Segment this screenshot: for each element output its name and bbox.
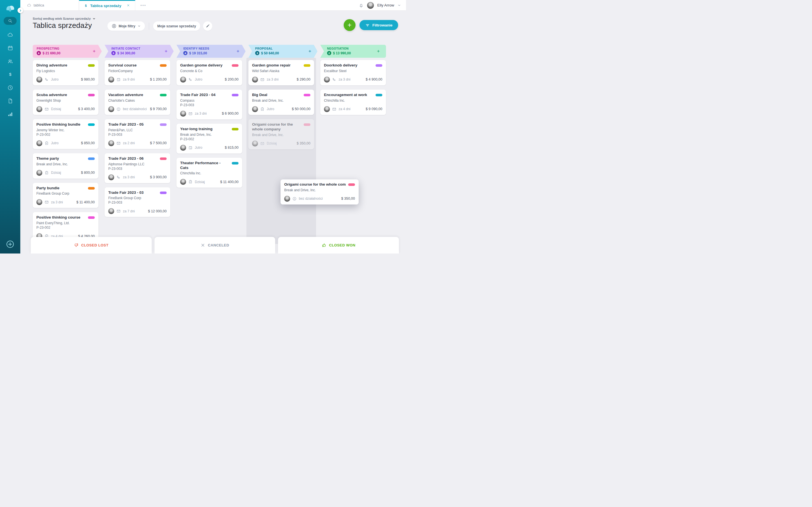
sort-selector[interactable]: Sortuj według wiek Szanse sprzedaży xyxy=(33,17,96,20)
deal-card[interactable]: Positive thinking bundleJeremy Winter In… xyxy=(33,119,98,149)
sidebar-item-calendar[interactable] xyxy=(6,44,14,52)
deal-card[interactable]: Vacation adventureCharlotte's Cakesbez d… xyxy=(105,90,170,115)
add-deal-column-button[interactable]: + xyxy=(237,48,239,54)
deal-card[interactable]: Doorknob deliveryExcalibur Steelza 3 dni… xyxy=(320,60,386,86)
status-pill xyxy=(160,123,167,126)
deal-due: bez działalności xyxy=(123,107,147,111)
add-deal-column-button[interactable]: + xyxy=(377,48,380,54)
deal-amount: $ 50 000,00 xyxy=(292,107,310,111)
deal-card[interactable]: Theme partyBreak and Drive, Inc.Dzisiaj$… xyxy=(33,153,98,179)
my-filters-button[interactable]: Moje filtry xyxy=(107,21,145,31)
deal-title: Party bundle xyxy=(36,186,86,191)
card-top-row: Origami course for the whole company xyxy=(252,122,310,132)
card-top-row: Year-long training xyxy=(180,127,239,131)
status-pill xyxy=(232,128,239,130)
edit-filters-button[interactable] xyxy=(203,21,212,31)
add-deal-column-button[interactable]: + xyxy=(165,48,167,54)
tab-close-icon[interactable] xyxy=(126,3,131,8)
deal-amount: $ 11 400,00 xyxy=(77,200,95,204)
tab-overflow-button[interactable]: ••• xyxy=(135,0,151,10)
deal-card[interactable]: Survival courseFictionCompanyza 9 dni$ 1… xyxy=(105,60,170,86)
status-pill xyxy=(375,64,382,67)
tab-active[interactable]: $Tablica sprzedaży xyxy=(79,0,135,10)
owner-avatar xyxy=(180,179,186,185)
deal-card[interactable]: Trade Fair 2023 - 05Peter&Pan, LLCP-23-0… xyxy=(105,119,170,149)
deal-company: Charlotte's Cakes xyxy=(108,99,167,103)
dragged-deal-card[interactable]: Origami course for the whole companyBrea… xyxy=(281,179,359,205)
status-pill xyxy=(304,64,310,67)
envelope-icon xyxy=(45,107,49,111)
deal-due: Dzisiaj xyxy=(51,171,61,175)
tab-0[interactable]: tablica xyxy=(22,0,79,10)
add-deal-column-button[interactable]: + xyxy=(93,48,96,54)
envelope-icon xyxy=(116,209,121,213)
deal-title: Trade Fair 2023 - 06 xyxy=(108,156,158,161)
sidebar-expand-button[interactable] xyxy=(17,8,23,13)
column-identify-needs: IDENTIFY NEEDS4$ 19 315,00+Garden gnome … xyxy=(176,45,242,244)
drop-action-closed-lost[interactable]: CLOSED LOST xyxy=(31,237,152,253)
sidebar-item-cloud[interactable] xyxy=(6,31,14,38)
deal-card[interactable]: Garden gnome repairWild Safari Alaskaza … xyxy=(248,60,314,86)
user-avatar[interactable] xyxy=(367,2,374,9)
deal-due: za 3 dni xyxy=(123,175,135,179)
deal-meta: bez działalności$ 350,00 xyxy=(284,196,355,202)
deal-title: Origami course for the whole company xyxy=(284,182,346,187)
deal-meta: Dzisiaj$ 350,00 xyxy=(252,140,310,147)
deal-amount: $ 6 900,00 xyxy=(222,112,239,115)
deal-card[interactable]: Trade Fair 2023 - 04CompassP-23-003za 3 … xyxy=(176,90,242,119)
add-deal-global-button[interactable]: + xyxy=(344,19,356,31)
deal-card[interactable]: Garden gnome deliveryConcrete & CoJutro$… xyxy=(176,60,242,86)
deal-title: Encouragement at work xyxy=(324,93,373,98)
user-name: Elly Arrow xyxy=(377,3,394,7)
sidebar-item-dollar[interactable]: $ xyxy=(6,71,14,78)
deal-meta: za 3 dni$ 3 900,00 xyxy=(108,174,167,180)
add-deal-column-button[interactable]: + xyxy=(308,48,311,54)
owner-avatar xyxy=(108,140,114,146)
deal-title: Trade Fair 2023 - 04 xyxy=(180,93,230,98)
deal-due: za 3 dni xyxy=(339,77,350,81)
user-menu-chevron-icon[interactable] xyxy=(398,4,401,7)
deal-card[interactable]: Party bundleFineBank Group Corpza 3 dni$… xyxy=(33,183,98,208)
sidebar-add-button[interactable] xyxy=(6,240,14,249)
deal-card[interactable]: Year-long trainingBreak and Drive, Inc.P… xyxy=(176,124,242,154)
dollar-icon: $ xyxy=(84,4,88,8)
deal-title: Garden gnome delivery xyxy=(180,63,230,68)
notifications-bell-icon[interactable] xyxy=(359,3,364,8)
column-summary: 6$ 21 690,00 xyxy=(37,51,98,55)
status-pill xyxy=(160,158,167,160)
owner-avatar xyxy=(252,76,258,82)
sidebar-item-document[interactable] xyxy=(6,97,14,105)
deal-card[interactable]: Big DealBreak and Drive, Inc.Jutro$ 50 0… xyxy=(248,90,314,115)
deal-due: Jutro xyxy=(195,77,202,81)
deal-card[interactable]: Trade Fair 2023 - 06Alphonse Paintings L… xyxy=(105,153,170,183)
column-drop-zone: Garden gnome repairWild Safari Alaskaza … xyxy=(246,58,316,244)
sidebar-item-chart[interactable] xyxy=(6,110,14,118)
filter-board-button[interactable]: Filtrowanie xyxy=(359,20,398,30)
deal-due: Dzisiaj xyxy=(267,142,276,145)
sidebar-item-clock[interactable] xyxy=(6,84,14,91)
sidebar-item-search[interactable] xyxy=(4,17,17,25)
deal-card[interactable]: Encouragement at workChinchilla Inc.za 4… xyxy=(320,90,386,115)
deal-card[interactable]: Theater Performance - CatsChinchilla Inc… xyxy=(176,158,242,188)
card-top-row: Trade Fair 2023 - 06 xyxy=(108,156,167,161)
status-pill xyxy=(160,64,167,67)
column-header: PROPOSAL3$ 50 640,00+ xyxy=(248,45,317,58)
deal-card[interactable]: Origami course for the whole companyBrea… xyxy=(248,119,314,149)
sidebar-item-people[interactable] xyxy=(6,57,14,65)
owner-avatar xyxy=(36,170,42,176)
drop-action-closed-won[interactable]: CLOSED WON xyxy=(278,237,399,253)
drop-action-canceled[interactable]: CANCELED xyxy=(154,237,275,253)
deal-meta: za 4 dni$ 9 090,00 xyxy=(324,106,382,112)
column-proposal: PROPOSAL3$ 50 640,00+Garden gnome repair… xyxy=(248,45,314,244)
deal-due: Dzisiaj xyxy=(195,180,205,184)
deal-code: P-23-003 xyxy=(108,167,167,171)
my-deals-button[interactable]: Moje szanse sprzedaży xyxy=(153,21,200,31)
deal-meta: bez działalności$ 9 700,00 xyxy=(108,106,167,112)
deal-card[interactable]: Trade Fair 2023 - 03FineBank Group CorpP… xyxy=(105,187,170,217)
column-header: PROSPECTING6$ 21 690,00+ xyxy=(33,45,102,58)
deal-card[interactable]: Scuba adventureGreenlight ShopDzisiaj$ 3… xyxy=(33,90,98,115)
deal-card[interactable]: Diving adventureFly LogisticsJutro$ 980,… xyxy=(33,60,98,86)
column-count-badge: 6 xyxy=(37,51,41,55)
owner-avatar xyxy=(284,196,290,202)
deal-company: Jeremy Winter Inc. xyxy=(36,128,95,132)
